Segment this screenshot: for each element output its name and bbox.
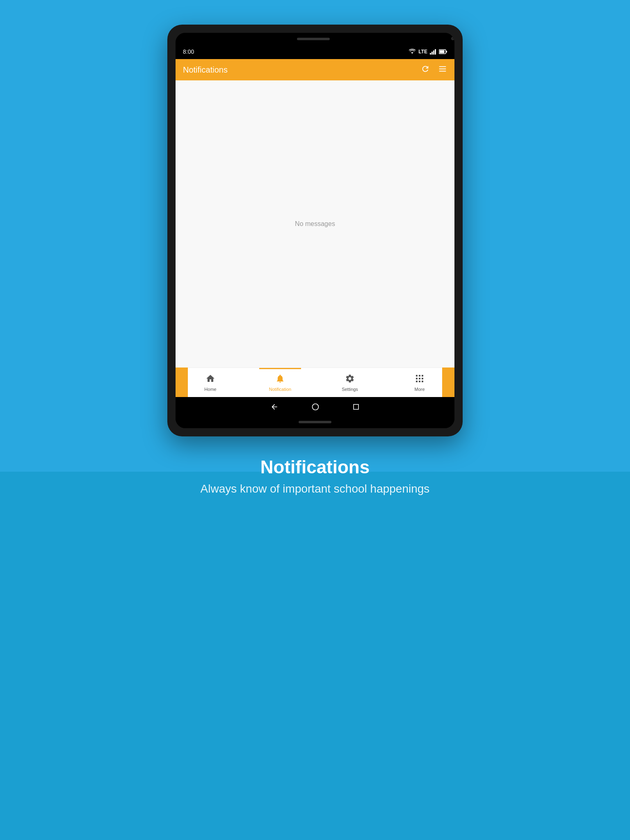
system-nav-bar [176, 397, 454, 417]
tablet-top-bar [176, 33, 454, 44]
svg-rect-12 [419, 375, 420, 377]
refresh-icon [421, 64, 430, 73]
wifi-icon [409, 49, 416, 55]
svg-rect-8 [439, 66, 446, 67]
nav-label-more: More [414, 387, 425, 392]
speaker-grill [297, 38, 330, 40]
svg-marker-0 [411, 52, 413, 54]
svg-rect-9 [439, 68, 446, 69]
back-button[interactable] [270, 403, 278, 411]
right-accent-tab [442, 368, 454, 397]
caption-subtitle: Always know of important school happenin… [201, 482, 430, 495]
svg-rect-1 [430, 53, 431, 55]
svg-rect-10 [439, 71, 446, 71]
svg-rect-2 [431, 52, 433, 55]
nav-label-home: Home [204, 387, 216, 392]
svg-rect-15 [419, 378, 420, 379]
refresh-button[interactable] [421, 64, 430, 75]
menu-button[interactable] [438, 64, 447, 75]
bottom-nav: Home Notification Settings [176, 368, 454, 397]
svg-rect-6 [440, 50, 445, 53]
svg-point-21 [313, 404, 319, 410]
app-bar: Notifications [176, 59, 454, 80]
empty-state-message: No messages [295, 220, 335, 228]
status-icons: LTE [409, 49, 447, 55]
svg-rect-14 [416, 378, 418, 379]
svg-rect-17 [416, 381, 418, 382]
battery-icon [439, 49, 447, 54]
svg-rect-22 [354, 404, 358, 409]
tablet-bottom-bar [176, 417, 454, 428]
nav-label-notification: Notification [269, 387, 291, 392]
svg-rect-7 [446, 51, 447, 52]
hamburger-icon [438, 64, 447, 73]
signal-icon [430, 49, 436, 55]
status-bar: 8:00 LTE [176, 44, 454, 59]
recent-button[interactable] [352, 403, 360, 411]
status-time: 8:00 [183, 48, 194, 55]
grid-icon [415, 374, 425, 385]
nav-item-home[interactable]: Home [176, 368, 245, 397]
app-bar-actions [421, 64, 447, 75]
home-button[interactable] [311, 403, 320, 411]
caption-area: Notifications Always know of important s… [201, 457, 430, 495]
front-camera [451, 37, 454, 40]
caption-title: Notifications [201, 457, 430, 477]
svg-rect-4 [435, 49, 436, 55]
svg-rect-11 [416, 375, 418, 377]
svg-rect-18 [419, 381, 420, 382]
app-bar-title: Notifications [183, 65, 228, 75]
svg-rect-16 [422, 378, 423, 379]
settings-icon [345, 374, 355, 385]
bottom-speaker-grill [299, 421, 331, 423]
content-area: No messages [176, 80, 454, 368]
tablet-device: 8:00 LTE [167, 25, 463, 436]
bell-icon [275, 374, 285, 385]
svg-rect-19 [422, 381, 423, 382]
home-icon [205, 374, 215, 385]
svg-rect-3 [433, 50, 434, 55]
svg-rect-13 [422, 375, 423, 377]
nav-item-notification[interactable]: Notification [245, 368, 315, 397]
background-bottom [0, 472, 630, 840]
lte-label: LTE [418, 49, 427, 55]
tablet-screen: 8:00 LTE [176, 33, 454, 428]
nav-item-settings[interactable]: Settings [315, 368, 385, 397]
nav-label-settings: Settings [342, 387, 358, 392]
